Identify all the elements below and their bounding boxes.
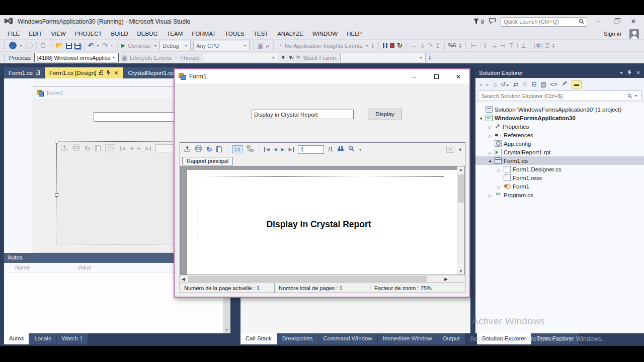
tree-item-form1-component[interactable]: Form1 (475, 182, 644, 191)
tab-immediate-window[interactable]: Immediate Window (378, 333, 437, 344)
new-item-caret[interactable]: ▼ (49, 44, 53, 47)
scrollbar-thumb[interactable] (188, 276, 427, 282)
make-same-size-icon[interactable]: |✱| (534, 42, 543, 49)
undo-icon[interactable]: ↶ (88, 42, 94, 49)
menu-file[interactable]: FILE (3, 28, 24, 39)
notification-count[interactable]: 8 (481, 19, 484, 25)
continue-button[interactable]: Continue (128, 43, 151, 49)
flag-threads-icon[interactable]: ⚑̶ (296, 55, 301, 60)
tree-item-program-cs[interactable]: Program.cs (475, 191, 644, 199)
close-current-view-icon[interactable]: ✕ (446, 146, 454, 153)
redo-icon[interactable]: ↷ (102, 42, 108, 49)
align-bottoms-icon[interactable]: ⊥ (521, 42, 526, 49)
platform-combo[interactable]: Any CPU▼ (193, 41, 250, 50)
refresh-icon[interactable]: ↻ (206, 145, 212, 153)
restore-button[interactable] (609, 16, 622, 28)
sync-with-active-document-icon[interactable]: ⇄ (513, 81, 518, 87)
tab-breakpoints[interactable]: Breakpoints (277, 333, 318, 344)
form1-titlebar[interactable]: Form1 – ✕ (175, 69, 469, 83)
tab-autos[interactable]: Autos (4, 333, 29, 344)
toolbar-overflow-icon[interactable]: ⌄▾ (371, 43, 374, 48)
show-next-statement-icon[interactable]: → (410, 42, 417, 49)
minimize-button[interactable]: – (592, 16, 605, 28)
tree-collapsed-arrow-icon[interactable] (488, 192, 493, 198)
configuration-combo[interactable]: Debug▼ (159, 41, 191, 50)
quick-launch-input[interactable] (504, 19, 577, 25)
open-file-icon[interactable]: 📂 (55, 42, 63, 49)
zoom-icon[interactable] (348, 145, 355, 154)
tree-collapsed-arrow-icon[interactable] (488, 132, 493, 138)
close-tab-icon[interactable]: ✕ (114, 70, 118, 76)
navigate-back-button[interactable]: ← (9, 42, 17, 49)
menu-build[interactable]: BUILD (107, 28, 133, 39)
navigate-forward-button[interactable]: → (25, 42, 33, 49)
sign-in-link[interactable]: Sign in (604, 31, 629, 37)
align-lefts-icon[interactable]: ⊢ (470, 42, 476, 49)
tree-item-project[interactable]: WindowsFormsApplication30 (475, 114, 644, 122)
tree-item-references[interactable]: References (475, 131, 644, 139)
step-out-icon[interactable]: ↥ (435, 42, 441, 49)
close-button[interactable]: ✕ (627, 16, 640, 28)
find-in-files-icon[interactable]: ▣ (257, 42, 263, 49)
save-icon[interactable] (66, 43, 72, 49)
menu-debug[interactable]: DEBUG (132, 28, 162, 39)
tree-collapsed-arrow-icon[interactable] (497, 166, 502, 172)
scroll-down-arrow-icon[interactable]: ▼ (223, 328, 230, 332)
scroll-right-arrow-icon[interactable]: ▶ (444, 277, 448, 282)
scrollbar-thumb[interactable] (458, 174, 464, 203)
menu-edit[interactable]: EDIT (24, 28, 46, 39)
size-to-grid-icon[interactable]: Ɪ (545, 42, 549, 49)
break-all-icon[interactable] (383, 43, 387, 48)
previous-page-button[interactable]: ◀ (274, 147, 277, 152)
new-item-icon[interactable]: 🗋 (40, 42, 47, 49)
lifecycle-events-dropdown[interactable]: Lifecycle Events (130, 55, 172, 61)
pin-icon[interactable] (106, 70, 111, 76)
scroll-left-arrow-icon[interactable]: ◀ (182, 277, 185, 282)
toolbar-grip[interactable] (273, 42, 275, 49)
align-tops-icon[interactable]: ⊤ (508, 42, 514, 49)
continue-play-icon[interactable]: ▶ (121, 42, 125, 49)
tab-locals[interactable]: Locals (29, 333, 56, 344)
solution-explorer-search-input[interactable] (481, 93, 625, 99)
application-insights-icon[interactable]: ◔ (278, 42, 282, 49)
first-page-button[interactable]: ◀ (264, 147, 270, 152)
lifecycle-events-icon[interactable]: ▣ (121, 54, 127, 61)
make-same-width-icon[interactable]: ⍿ (516, 42, 518, 49)
show-all-files-icon[interactable]: ▤ (541, 81, 546, 87)
lifecycle-caret[interactable]: ▼ (174, 56, 178, 59)
feedback-icon[interactable] (489, 17, 496, 26)
main-report-tab[interactable]: Rapport principal (182, 157, 233, 165)
parameter-panel-toggle-button[interactable]: (?) (232, 145, 243, 153)
report-horizontal-scrollbar[interactable]: ◀ ▶ (180, 275, 465, 283)
quick-launch-box[interactable] (501, 17, 587, 27)
page-number-input[interactable] (298, 145, 324, 154)
designer-textbox-control[interactable] (94, 112, 175, 122)
close-panel-icon[interactable]: ✕ (636, 70, 640, 75)
step-over-icon[interactable]: ↷ (427, 42, 433, 49)
menu-test[interactable]: TEST (249, 28, 273, 39)
insights-dropdown[interactable]: No Application Insights Events (285, 43, 363, 49)
insights-caret[interactable]: ▼ (365, 44, 368, 47)
restart-icon[interactable]: ↻ (397, 42, 403, 49)
back-icon[interactable]: ◂ (479, 81, 482, 87)
forward-icon[interactable]: ▸ (486, 81, 489, 87)
align-middles-icon[interactable]: ≑ (492, 42, 498, 49)
tree-item-form1cs[interactable]: Form1.cs (475, 156, 644, 165)
column-name[interactable]: Name (4, 263, 74, 272)
step-into-icon[interactable]: ↴ (419, 42, 425, 49)
export-icon[interactable] (183, 145, 191, 154)
form-minimize-button[interactable]: – (403, 69, 425, 83)
form-close-button[interactable]: ✕ (447, 69, 469, 83)
tree-item-appconfig[interactable]: App.config (475, 139, 644, 148)
copy-icon[interactable] (216, 146, 222, 152)
tab-watch1[interactable]: Watch 1 (57, 333, 88, 344)
menu-view[interactable]: VIEW (47, 28, 70, 39)
preview-selected-items-icon[interactable]: ▬ (572, 80, 582, 88)
user-avatar[interactable] (629, 29, 639, 39)
toolbar-overflow-icon[interactable]: ⌄▾ (428, 55, 432, 60)
tree-item-designer-cs[interactable]: Form1.Designer.cs (475, 165, 644, 173)
collapse-all-icon[interactable]: ⊟ (531, 81, 536, 87)
hex-display-icon[interactable]: %6 (448, 43, 456, 48)
tab-crystalreport1[interactable]: CrystalReport1.rp (123, 67, 178, 78)
menu-team[interactable]: TEAM (162, 28, 187, 39)
